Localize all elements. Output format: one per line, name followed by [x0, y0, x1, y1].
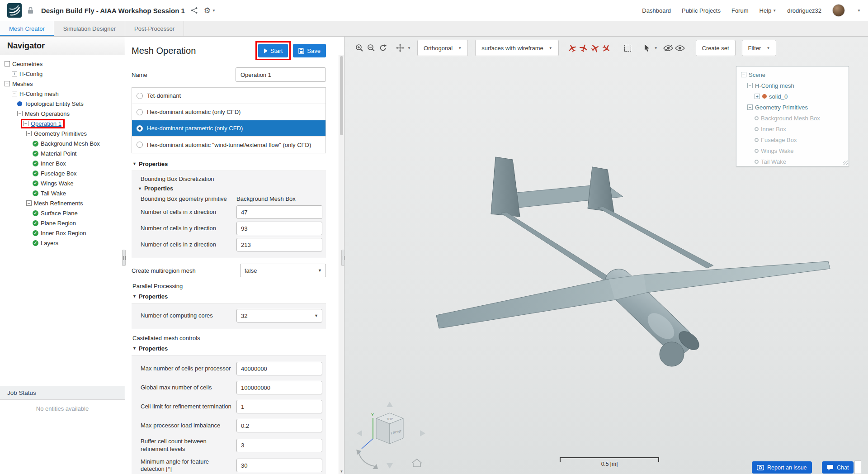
mesh-type-hex-parametric[interactable]: Hex-dominant parametric (only CFD) — [132, 120, 326, 137]
radio-icon[interactable] — [137, 93, 143, 99]
chat-button[interactable]: Chat — [822, 461, 854, 474]
scene-item-inner-box[interactable]: Inner Box — [736, 123, 849, 134]
projection-mode-dropdown[interactable]: Orthogonal▼ — [417, 40, 468, 56]
tree-item-plane-region[interactable]: ✓Plane Region — [0, 218, 125, 228]
properties-collapse-header[interactable]: ▼Properties — [132, 292, 326, 300]
zoom-out-icon[interactable] — [365, 42, 377, 54]
job-status-header[interactable]: Job Status — [0, 386, 125, 400]
app-logo-icon[interactable] — [7, 3, 22, 18]
filter-dropdown[interactable]: Filter▼ — [742, 40, 777, 56]
load-imbalance-input[interactable] — [236, 419, 322, 432]
radio-icon[interactable] — [137, 142, 143, 148]
report-issue-button[interactable]: Report an issue — [752, 461, 812, 474]
collapse-box-icon[interactable]: − — [5, 61, 10, 66]
computing-cores-select[interactable]: 32▼ — [236, 309, 322, 322]
scrollbar-thumb[interactable] — [340, 56, 343, 135]
box-select-icon[interactable] — [622, 42, 634, 54]
chevron-down-icon[interactable]: ▼ — [654, 46, 658, 50]
show-entity-icon[interactable] — [674, 42, 686, 54]
mesh-type-hex-windtunnel[interactable]: Hex-dominant automatic "wind-tunnel/exte… — [132, 137, 326, 153]
resize-handle[interactable] — [843, 161, 848, 165]
collapse-box-icon[interactable]: − — [5, 81, 10, 86]
hide-entity-icon[interactable] — [662, 42, 674, 54]
cells-x-input[interactable] — [236, 205, 322, 219]
collapse-box-icon[interactable]: − — [747, 104, 753, 110]
settings-gear-icon[interactable]: ⚙▼ — [204, 6, 216, 15]
tree-item-geometries[interactable]: −Geometries — [0, 59, 125, 69]
collapse-box-icon[interactable]: − — [26, 131, 32, 136]
view-orientation-plane-icon[interactable] — [590, 42, 601, 54]
panel-splitter-handle[interactable] — [341, 250, 345, 266]
radio-selected-icon[interactable] — [137, 125, 143, 132]
tree-item-meshes[interactable]: −Meshes — [0, 79, 125, 89]
scene-item-scene[interactable]: −Scene — [736, 69, 849, 80]
collapse-box-icon[interactable]: − — [747, 83, 753, 88]
cells-z-input[interactable] — [236, 238, 322, 251]
collapse-box-icon[interactable]: − — [17, 111, 23, 116]
collapse-box-icon[interactable]: − — [12, 91, 17, 96]
tree-item-tail-wake[interactable]: ✓Tail Wake — [0, 188, 125, 198]
nav-dashboard[interactable]: Dashboard — [642, 7, 671, 14]
tree-item-mesh-operations[interactable]: −Mesh Operations — [0, 109, 125, 118]
save-button[interactable]: Save — [293, 44, 326, 57]
tab-simulation-designer[interactable]: Simulation Designer — [54, 21, 125, 36]
scene-item-background-mesh-box[interactable]: Background Mesh Box — [736, 113, 849, 123]
panel-splitter-handle[interactable] — [122, 250, 126, 266]
cursor-select-icon[interactable] — [641, 42, 653, 54]
mesh-type-hex-automatic[interactable]: Hex-dominant automatic (only CFD) — [132, 104, 326, 120]
cells-y-input[interactable] — [236, 222, 322, 235]
properties-collapse-header[interactable]: ▼Properties — [132, 160, 326, 168]
tree-item-surface-plane[interactable]: ✓Surface Plane — [0, 208, 125, 218]
scene-item-tail-wake[interactable]: Tail Wake — [736, 156, 849, 167]
tree-item-inner-box[interactable]: ✓Inner Box — [0, 158, 125, 168]
chat-scrollbar-stub[interactable] — [854, 460, 861, 474]
zoom-in-icon[interactable] — [354, 42, 365, 54]
scroll-down-arrow-icon[interactable]: ▼ — [339, 469, 344, 474]
nav-forum[interactable]: Forum — [731, 7, 749, 14]
radio-icon[interactable] — [137, 109, 143, 115]
collapse-box-icon[interactable]: − — [741, 72, 746, 77]
tree-item-operation-1[interactable]: −Operation 1 — [0, 118, 125, 128]
tree-item-fuselage-box[interactable]: ✓Fuselage Box — [0, 168, 125, 178]
start-button[interactable]: Start — [258, 44, 288, 57]
view-orientation-plane-icon[interactable] — [567, 42, 578, 54]
tree-item-topological-entity-sets[interactable]: Topological Entity Sets — [0, 99, 125, 109]
expand-box-icon[interactable]: + — [755, 94, 760, 99]
chevron-down-icon[interactable]: ▼ — [857, 9, 861, 13]
cell-limit-input[interactable] — [236, 400, 322, 413]
tree-item-inner-box-region[interactable]: ✓Inner Box Region — [0, 228, 125, 238]
avatar[interactable] — [832, 4, 845, 17]
tree-item-wings-wake[interactable]: ✓Wings Wake — [0, 178, 125, 188]
collapse-box-icon[interactable]: − — [26, 200, 32, 206]
tree-item-h-config-mesh[interactable]: −H-Config mesh — [0, 89, 125, 99]
global-max-cells-input[interactable] — [236, 381, 322, 394]
chevron-down-icon[interactable]: ▼ — [407, 46, 411, 50]
expand-box-icon[interactable]: + — [12, 71, 17, 76]
scene-item-wings-wake[interactable]: Wings Wake — [736, 145, 849, 156]
tab-mesh-creator[interactable]: Mesh Creator — [0, 21, 54, 36]
nav-help[interactable]: Help▼ — [760, 7, 777, 14]
pan-move-tool-icon[interactable] — [394, 42, 406, 54]
properties-collapse-header[interactable]: ▼Properties — [135, 183, 322, 193]
scene-item-h-config-mesh[interactable]: −H-Config mesh — [736, 80, 849, 91]
tree-item-material-point[interactable]: ✓Material Point — [0, 148, 125, 158]
multiregion-select[interactable]: false▼ — [240, 264, 326, 277]
scene-item-solid-0[interactable]: +solid_0 — [736, 91, 849, 102]
render-mode-dropdown[interactable]: surfaces with wireframe▼ — [475, 40, 558, 56]
tree-item-h-config[interactable]: +H-Config — [0, 69, 125, 79]
tree-item-geometry-primitives[interactable]: −Geometry Primitives — [0, 128, 125, 138]
username-label[interactable]: drodriguez32 — [787, 7, 821, 14]
collapse-box-icon[interactable]: − — [23, 121, 28, 126]
mesh-type-tet-dominant[interactable]: Tet-dominant — [132, 88, 326, 104]
share-icon[interactable] — [191, 7, 198, 14]
nav-public-projects[interactable]: Public Projects — [682, 7, 721, 14]
tree-item-layers[interactable]: ✓Layers — [0, 238, 125, 248]
tab-post-processor[interactable]: Post-Processor — [125, 21, 184, 36]
properties-collapse-header[interactable]: ▼Properties — [132, 344, 326, 352]
feature-angle-input[interactable] — [236, 459, 322, 472]
create-set-button[interactable]: Create set — [696, 40, 736, 56]
max-cells-per-processor-input[interactable] — [236, 362, 322, 375]
tree-item-background-mesh-box[interactable]: ✓Background Mesh Box — [0, 138, 125, 148]
tree-item-mesh-refinements[interactable]: −Mesh Refinements — [0, 198, 125, 208]
scene-item-fuselage-box[interactable]: Fuselage Box — [736, 134, 849, 145]
